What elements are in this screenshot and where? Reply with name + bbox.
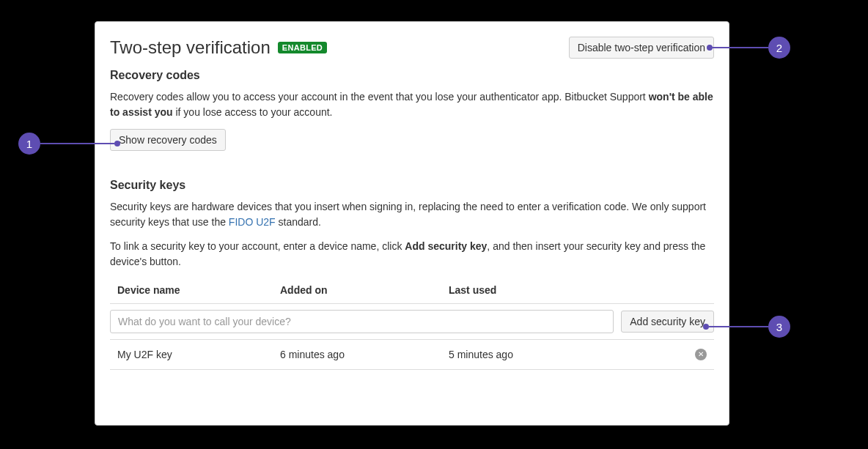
two-step-verification-panel: Two-step verification ENABLED Disable tw… <box>95 21 729 426</box>
status-badge: ENABLED <box>278 42 327 53</box>
panel-header: Two-step verification ENABLED Disable tw… <box>110 37 714 59</box>
security-keys-desc-2: To link a security key to your account, … <box>110 239 714 270</box>
security-keys-section: Security keys Security keys are hardware… <box>110 179 714 370</box>
callout-bubble: 3 <box>768 316 790 338</box>
callout-bubble: 2 <box>768 37 790 59</box>
fido-u2f-link[interactable]: FIDO U2F <box>229 216 276 228</box>
security-keys-table-header: Device name Added on Last used <box>110 278 714 304</box>
device-name-input[interactable] <box>110 310 614 333</box>
page-title: Two-step verification <box>110 37 271 58</box>
cell-last-used: 5 minutes ago <box>449 349 513 360</box>
cell-added-on: 6 minutes ago <box>280 349 449 360</box>
recovery-codes-section: Recovery codes Recovery codes allow you … <box>110 69 714 151</box>
callout-bubble: 1 <box>18 133 40 155</box>
callout-3: 3 <box>703 316 790 338</box>
callout-2: 2 <box>707 37 790 59</box>
col-last-used: Last used <box>449 284 714 296</box>
disable-two-step-button[interactable]: Disable two-step verification <box>569 37 714 59</box>
recovery-codes-description: Recovery codes allow you to access your … <box>110 89 714 120</box>
show-recovery-codes-button[interactable]: Show recovery codes <box>110 129 226 151</box>
delete-key-icon[interactable] <box>695 349 707 360</box>
cell-device-name: My U2F key <box>117 349 280 360</box>
col-device-name: Device name <box>117 284 280 296</box>
security-keys-desc-1: Security keys are hardware devices that … <box>110 199 714 230</box>
table-row: My U2F key 6 minutes ago 5 minutes ago <box>110 340 714 370</box>
col-added-on: Added on <box>280 284 449 296</box>
recovery-codes-heading: Recovery codes <box>110 69 714 82</box>
callout-1: 1 <box>18 133 120 155</box>
security-keys-heading: Security keys <box>110 179 714 192</box>
add-security-key-button[interactable]: Add security key <box>621 311 714 333</box>
add-security-key-row: Add security key <box>110 304 714 340</box>
